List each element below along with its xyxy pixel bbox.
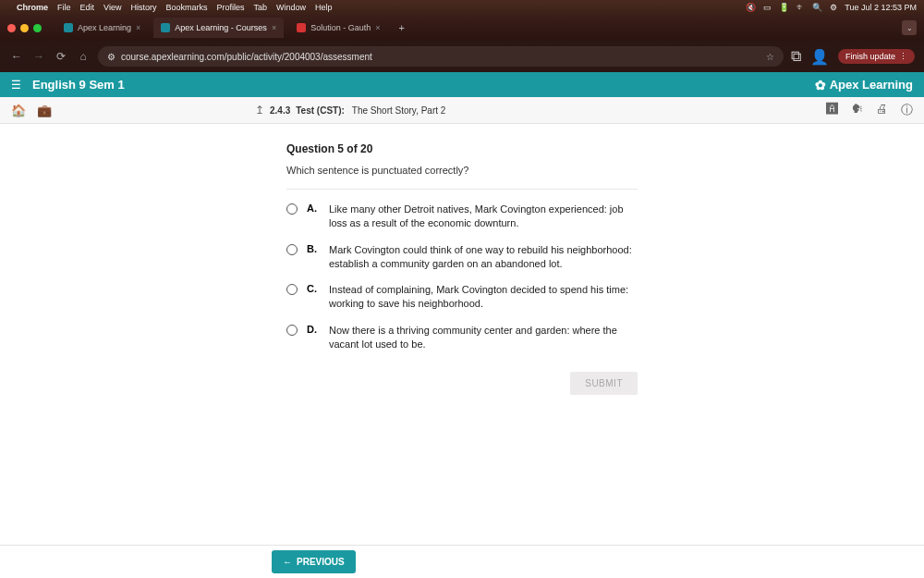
back-button[interactable]: ← — [9, 50, 24, 63]
choice-letter: C. — [307, 283, 320, 294]
tab-title: Apex Learning — [78, 23, 131, 32]
choice-letter: D. — [307, 324, 320, 335]
choice-d[interactable]: D. Now there is a thriving community cen… — [286, 324, 638, 351]
menu-help[interactable]: Help — [315, 3, 333, 12]
tab-apex-learning[interactable]: Apex Learning × — [56, 18, 148, 38]
mute-icon[interactable]: 🔇 — [746, 3, 756, 12]
choice-text: Instead of complaining, Mark Covington d… — [329, 283, 638, 311]
translate-icon[interactable]: 🅰 — [826, 102, 838, 118]
radio-b[interactable] — [286, 244, 298, 255]
clock[interactable]: Tue Jul 2 12:53 PM — [845, 3, 917, 12]
apex-brand-text: Apex Learning — [830, 78, 913, 92]
choice-text: Like many other Detroit natives, Mark Co… — [329, 203, 638, 230]
apex-logo[interactable]: ✿ Apex Learning — [815, 78, 913, 92]
activity-code: 2.4.3 — [270, 105, 290, 116]
wifi-icon[interactable]: ᯤ — [796, 3, 805, 12]
menu-toggle-icon[interactable]: ☰ — [11, 79, 21, 92]
footer-bar: ← PREVIOUS — [0, 545, 924, 578]
tab-title: Solution - Gauth — [310, 23, 371, 32]
menu-view[interactable]: View — [103, 3, 121, 12]
print-icon[interactable]: 🖨 — [876, 102, 888, 118]
finish-update-label: Finish update — [845, 52, 895, 61]
favicon-icon — [297, 23, 306, 32]
activity-type: Test (CST): — [296, 105, 345, 116]
finish-update-button[interactable]: Finish update ⋮ — [838, 49, 915, 64]
tab-title: Apex Learning - Courses — [175, 23, 267, 32]
choice-letter: B. — [307, 243, 320, 254]
question-prompt: Which sentence is punctuated correctly? — [286, 165, 638, 176]
menu-file[interactable]: File — [57, 3, 71, 12]
minimize-window-icon[interactable] — [20, 24, 29, 32]
control-center-icon[interactable]: ⚙ — [830, 3, 837, 12]
maximize-window-icon[interactable] — [33, 24, 42, 32]
choice-letter: A. — [307, 203, 320, 214]
tab-gauth[interactable]: Solution - Gauth × — [289, 18, 387, 38]
home-button[interactable]: ⌂ — [76, 50, 91, 63]
back-arrow-icon: ← — [283, 557, 292, 567]
kebab-icon: ⋮ — [899, 52, 907, 61]
radio-a[interactable] — [286, 203, 298, 215]
search-icon[interactable]: 🔍 — [812, 3, 822, 12]
close-window-icon[interactable] — [7, 24, 16, 32]
browser-tabstrip: Apex Learning × Apex Learning - Courses … — [0, 15, 924, 41]
read-aloud-icon[interactable]: 🗣 — [851, 102, 863, 118]
profile-icon[interactable]: 👤 — [810, 48, 829, 66]
extensions-icon[interactable]: ⧉ — [791, 48, 801, 65]
home-icon[interactable]: 🏠 — [11, 104, 26, 117]
divider — [286, 189, 638, 190]
previous-label: PREVIOUS — [297, 557, 345, 567]
new-tab-button[interactable]: + — [393, 22, 409, 33]
previous-button[interactable]: ← PREVIOUS — [272, 550, 356, 573]
window-dropdown-icon[interactable]: ⌄ — [902, 20, 917, 35]
forward-button: → — [31, 50, 46, 63]
question-header: Question 5 of 20 — [286, 142, 638, 155]
menu-edit[interactable]: Edit — [80, 3, 95, 12]
radio-c[interactable] — [286, 284, 298, 295]
choice-text: Mark Covington could think of one way to… — [329, 243, 638, 271]
tab-apex-courses[interactable]: Apex Learning - Courses × — [153, 18, 284, 38]
choice-c[interactable]: C. Instead of complaining, Mark Covingto… — [286, 283, 638, 311]
activity-title: The Short Story, Part 2 — [352, 105, 446, 116]
course-title: English 9 Sem 1 — [32, 78, 125, 92]
question-area: Question 5 of 20 Which sentence is punct… — [0, 124, 924, 395]
choice-text: Now there is a thriving community center… — [329, 324, 638, 351]
menu-window[interactable]: Window — [276, 3, 306, 12]
menu-tab[interactable]: Tab — [253, 3, 267, 12]
up-arrow-icon[interactable]: ↥ — [255, 104, 264, 117]
choice-a[interactable]: A. Like many other Detroit natives, Mark… — [286, 203, 638, 230]
address-bar[interactable]: ⚙ course.apexlearning.com/public/activit… — [98, 46, 784, 67]
briefcase-icon[interactable]: 💼 — [37, 104, 52, 117]
favicon-icon — [161, 23, 170, 32]
help-icon[interactable]: ⓘ — [901, 102, 913, 118]
app-name[interactable]: Chrome — [17, 3, 48, 12]
submit-button[interactable]: SUBMIT — [570, 372, 638, 395]
reload-button[interactable]: ⟳ — [54, 50, 68, 63]
radio-d[interactable] — [286, 325, 298, 336]
window-controls — [7, 24, 42, 32]
url-text: course.apexlearning.com/public/activity/… — [121, 52, 372, 62]
menu-history[interactable]: History — [130, 3, 156, 12]
screen-icon[interactable]: ▭ — [763, 3, 772, 12]
favicon-icon — [64, 23, 73, 32]
mac-menubar: Chrome File Edit View History Bookmarks … — [0, 0, 924, 15]
site-info-icon[interactable]: ⚙ — [107, 52, 116, 62]
breadcrumb-bar: 🏠 💼 ↥ 2.4.3 Test (CST): The Short Story,… — [0, 97, 924, 124]
battery-icon[interactable]: 🔋 — [779, 3, 789, 12]
menu-bookmarks[interactable]: Bookmarks — [165, 3, 207, 12]
close-tab-icon[interactable]: × — [375, 23, 380, 32]
close-tab-icon[interactable]: × — [136, 23, 140, 32]
course-header: ☰ English 9 Sem 1 ✿ Apex Learning — [0, 72, 924, 97]
close-tab-icon[interactable]: × — [272, 23, 276, 32]
bookmark-icon[interactable]: ☆ — [766, 52, 774, 62]
browser-toolbar: ← → ⟳ ⌂ ⚙ course.apexlearning.com/public… — [0, 41, 924, 72]
apex-logo-icon: ✿ — [815, 78, 826, 92]
choice-b[interactable]: B. Mark Covington could think of one way… — [286, 243, 638, 271]
menu-profiles[interactable]: Profiles — [216, 3, 244, 12]
